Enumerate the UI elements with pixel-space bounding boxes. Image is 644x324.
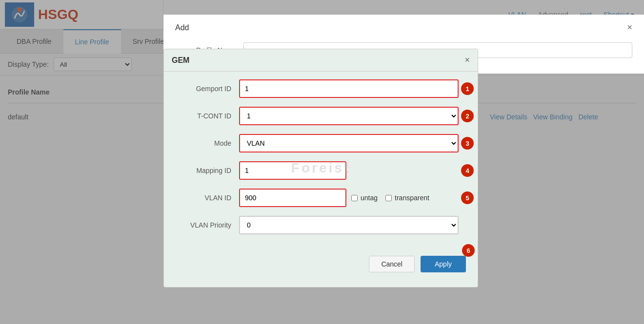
mode-select[interactable]: VLAN: [239, 134, 459, 152]
vlan-id-label: VLAN ID: [176, 194, 239, 202]
gem-body: Gemport ID 1 T-CONT ID 1 2 Mode VLAN 3 M…: [164, 72, 478, 251]
gem-modal: GEM × Gemport ID 1 T-CONT ID 1 2 Mode VL…: [163, 49, 478, 287]
vlan-priority-select[interactable]: 0: [239, 216, 459, 234]
mapping-id-label: Mapping ID: [176, 167, 239, 174]
step-badge-3: 3: [461, 137, 474, 150]
untag-checkbox[interactable]: [351, 195, 358, 201]
vlan-checkgroup: untag transparent: [351, 194, 429, 202]
add-modal-close[interactable]: ×: [627, 22, 632, 33]
mode-label: Mode: [176, 139, 239, 147]
vlan-priority-row: VLAN Priority 0: [176, 216, 466, 234]
step-badge-5: 5: [461, 191, 474, 204]
untag-label: untag: [361, 194, 378, 202]
step-badge-1: 1: [461, 82, 474, 95]
step-badge-4: 4: [461, 164, 474, 177]
add-modal-title: Add: [175, 23, 189, 32]
mapping-id-row: Mapping ID 4: [176, 161, 466, 180]
vlan-id-input[interactable]: [239, 189, 346, 207]
apply-button[interactable]: Apply: [421, 256, 466, 272]
untag-check-item[interactable]: untag: [351, 194, 378, 202]
step-badge-6: 6: [462, 244, 475, 257]
tcont-id-label: T-CONT ID: [176, 112, 239, 120]
tcont-id-select[interactable]: 1: [239, 107, 459, 125]
step-badge-2: 2: [461, 110, 474, 122]
gemport-id-row: Gemport ID 1: [176, 79, 466, 98]
add-modal-header: Add ×: [175, 22, 632, 33]
vlan-id-row: VLAN ID untag transparent 5: [176, 189, 466, 207]
tcont-id-row: T-CONT ID 1 2: [176, 107, 466, 125]
gem-modal-header: GEM ×: [164, 49, 478, 72]
gemport-id-label: Gemport ID: [176, 85, 239, 93]
mode-row: Mode VLAN 3: [176, 134, 466, 152]
gem-close-button[interactable]: ×: [464, 55, 470, 65]
transparent-label: transparent: [395, 194, 429, 202]
gem-modal-title: GEM: [172, 56, 189, 65]
mapping-id-input[interactable]: [239, 161, 346, 180]
gemport-id-input[interactable]: [239, 79, 459, 98]
transparent-checkbox[interactable]: [385, 195, 392, 201]
transparent-check-item[interactable]: transparent: [385, 194, 429, 202]
gem-footer: 6 Cancel Apply: [164, 251, 478, 277]
cancel-button[interactable]: Cancel: [369, 256, 415, 272]
vlan-priority-label: VLAN Priority: [176, 221, 239, 229]
